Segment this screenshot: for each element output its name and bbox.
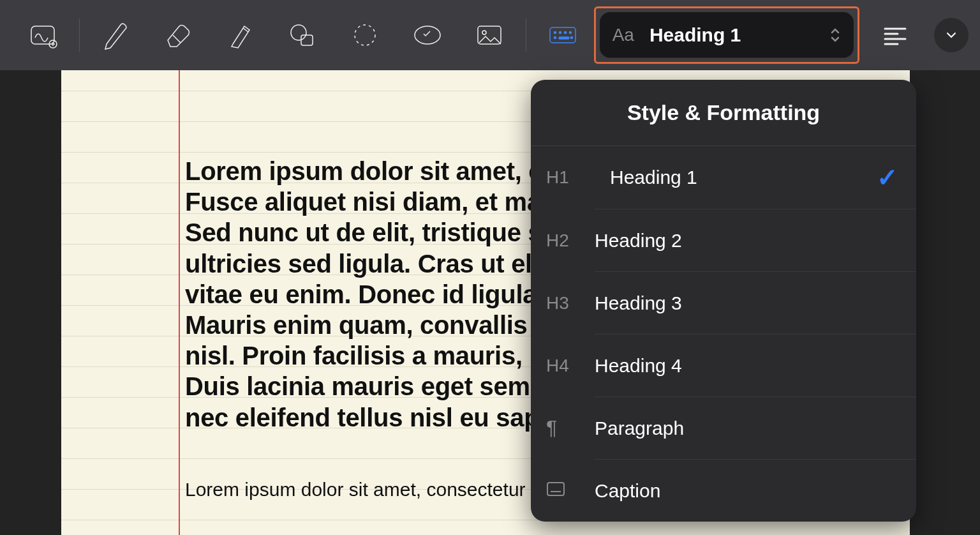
toolbar-divider [79,19,80,52]
pen-tool-icon[interactable] [85,13,147,57]
svg-point-12 [569,32,571,34]
caption-icon [546,481,595,501]
style-prefix: H4 [546,356,595,376]
svg-point-4 [355,25,375,45]
svg-point-10 [559,32,561,34]
text-style-dropdown[interactable]: Aa Heading 1 [600,12,854,58]
more-menu-button[interactable] [934,18,969,52]
popover-title: Style & Formatting [531,80,916,146]
toolbar-divider [526,19,526,52]
style-formatting-popover: Style & Formatting H1Heading 1✓H2Heading… [531,80,916,522]
style-option-heading-4[interactable]: H4Heading 4 [595,334,916,396]
style-option-paragraph[interactable]: ¶Paragraph [595,396,916,459]
align-left-icon[interactable] [865,13,927,57]
svg-point-9 [554,32,556,34]
toolbar: Aa Heading 1 [0,0,980,70]
style-option-label: Paragraph [595,418,898,439]
svg-point-2 [291,25,306,40]
svg-rect-16 [547,483,564,495]
text-style-icon: Aa [612,25,634,45]
style-option-label: Heading 4 [595,355,898,377]
paper-margin-line [179,70,180,535]
image-tool-icon[interactable] [458,13,521,57]
lasso-tool-icon[interactable] [334,13,396,57]
style-option-heading-2[interactable]: H2Heading 2 [595,209,916,271]
style-option-label: Caption [595,480,898,502]
checkmark-icon: ✓ [877,163,898,192]
svg-point-11 [564,32,566,34]
keyboard-tool-icon[interactable] [531,13,594,57]
style-option-heading-1[interactable]: H1Heading 1✓ [531,146,916,209]
svg-point-7 [482,31,486,34]
pilcrow-icon: ¶ [546,416,595,440]
stickers-tool-icon[interactable] [396,13,459,57]
svg-point-13 [554,37,556,39]
style-prefix: H1 [546,167,610,188]
style-prefix: H2 [546,230,595,251]
svg-rect-8 [550,27,575,43]
svg-rect-6 [478,26,501,44]
style-prefix: H3 [546,293,595,313]
style-option-caption[interactable]: Caption [595,459,916,522]
svg-rect-3 [301,35,313,45]
svg-point-5 [415,26,440,44]
style-option-label: Heading 3 [595,292,898,314]
style-option-label: Heading 1 [610,167,877,188]
scribble-tool-icon[interactable] [11,13,74,57]
style-dropdown-highlight: Aa Heading 1 [594,6,859,64]
style-option-label: Heading 2 [595,230,898,252]
svg-rect-14 [559,37,569,39]
chevron-updown-icon [829,27,841,43]
text-style-label: Heading 1 [650,24,741,46]
style-option-heading-3[interactable]: H3Heading 3 [595,271,916,334]
svg-point-15 [570,37,572,39]
highlighter-tool-icon[interactable] [209,13,272,57]
shapes-tool-icon[interactable] [272,13,334,57]
eraser-tool-icon[interactable] [147,13,209,57]
